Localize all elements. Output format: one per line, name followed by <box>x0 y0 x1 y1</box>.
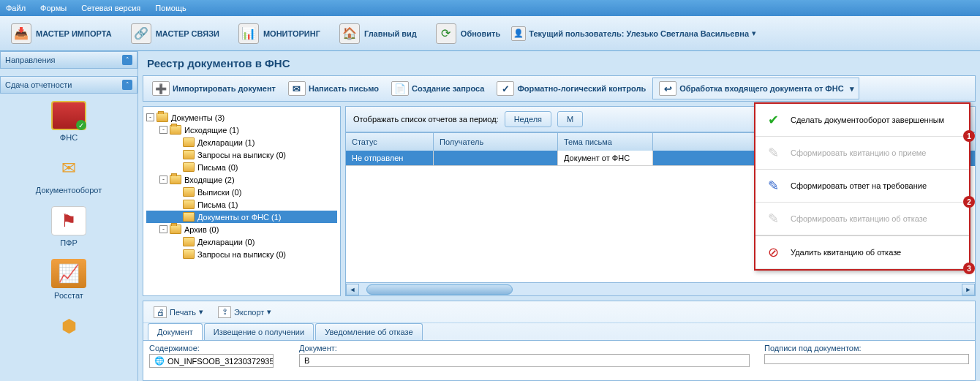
tree-node[interactable]: Запросы на выписку (0) <box>146 248 337 260</box>
current-user[interactable]: 👤 Текущий пользователь: Улезько Светлана… <box>511 26 756 41</box>
scroll-right-button[interactable]: ► <box>962 284 975 295</box>
document-toolbar: ➕Импортировать документ ✉Написать письмо… <box>143 75 976 102</box>
globe-icon: 🌐 <box>154 356 165 366</box>
folder-icon <box>183 212 195 222</box>
export-button[interactable]: ⇪Экспорт ▾ <box>212 304 277 320</box>
import-master-button[interactable]: 📥МАСТЕР ИМПОРТА <box>3 20 120 48</box>
expand-icon[interactable]: - <box>146 113 154 121</box>
home-icon: 🏠 <box>339 23 360 44</box>
tree-node[interactable]: Декларации (1) <box>146 136 337 148</box>
tree-node[interactable]: -Документы (3) <box>146 111 337 124</box>
export-icon: ⇪ <box>218 306 231 318</box>
signatures-label: Подписи под документом: <box>764 344 969 352</box>
sidebar-item-fns[interactable]: ФНС <box>0 101 137 142</box>
expand-icon[interactable]: - <box>159 126 167 134</box>
tree-label: Документы (3) <box>171 113 225 122</box>
tree-node[interactable]: Документы от ФНС (1) <box>146 211 337 223</box>
user-icon: 👤 <box>511 26 526 41</box>
flc-button[interactable]: ✓Форматно-логический контроль <box>491 78 652 99</box>
sidebar-item-pfr[interactable]: ⚑ПФР <box>0 206 137 247</box>
column-header[interactable]: Статус <box>346 133 434 151</box>
tree-label: Запросы на выписку (0) <box>197 151 286 159</box>
tree-node[interactable]: -Архив (0) <box>146 223 337 235</box>
sidebar-item-rosstat[interactable]: 📈Росстат <box>0 259 137 300</box>
dropdown-label: Сформировать квитанцию о приеме <box>791 148 926 157</box>
tab-receipt[interactable]: Извещение о получении <box>204 323 314 340</box>
column-header[interactable]: Получатель <box>434 133 558 151</box>
tree-node[interactable]: Декларации (0) <box>146 235 337 248</box>
scroll-thumb[interactable] <box>366 284 513 295</box>
step-badge: 2 <box>963 196 975 208</box>
monitor-icon: 📊 <box>238 23 259 44</box>
tree-node[interactable]: -Входящие (2) <box>146 173 337 186</box>
menu-forms[interactable]: Формы <box>40 4 67 12</box>
import-doc-button[interactable]: ➕Импортировать документ <box>146 78 282 99</box>
table-cell: Документ от ФНС <box>558 151 653 166</box>
content-label: Содержимое: <box>149 344 284 352</box>
sidebar-header-directions[interactable]: Направления˄ <box>0 51 137 69</box>
tree-node[interactable]: Письма (0) <box>146 161 337 173</box>
process-incoming-dropdown[interactable]: ↩Обработка входящего документа от ФНС <box>652 78 859 99</box>
filter-month-button[interactable]: М <box>557 111 583 127</box>
tab-rejection[interactable]: Уведомление об отказе <box>315 323 422 340</box>
print-button[interactable]: 🖨Печать ▾ <box>148 304 209 320</box>
tree-node[interactable]: -Исходящие (1) <box>146 124 337 136</box>
sidebar-header-reporting[interactable]: Сдача отчетности˄ <box>0 76 137 94</box>
folder-icon <box>183 200 195 209</box>
plus-icon: ➕ <box>152 81 170 96</box>
refresh-button[interactable]: ⟳Обновить <box>428 20 508 48</box>
tree-label: Запросы на выписку (0) <box>197 250 286 259</box>
menu-file[interactable]: Файл <box>6 4 26 12</box>
dropdown-item[interactable]: ⊘Удалить квитанцию об отказе3 <box>755 235 969 269</box>
tree-node[interactable]: Выписки (0) <box>146 186 337 198</box>
signatures-box <box>764 354 969 364</box>
folder-icon <box>183 162 195 172</box>
folder-icon <box>157 113 168 122</box>
menu-network[interactable]: Сетевая версия <box>81 4 140 12</box>
fns-icon <box>51 101 86 130</box>
chevron-up-icon: ˄ <box>122 80 132 90</box>
tab-document[interactable]: Документ <box>148 323 203 340</box>
horizontal-scrollbar[interactable]: ◄ ► <box>346 282 975 295</box>
tree-node[interactable]: Письма (1) <box>146 198 337 211</box>
refresh-icon: ⟳ <box>436 23 456 44</box>
filter-label: Отображать список отчетов за период: <box>353 115 499 124</box>
action-icon: ✔ <box>763 111 783 129</box>
sidebar-item-fss[interactable]: ⬢ <box>0 312 137 344</box>
tree-node[interactable]: Запросы на выписку (0) <box>146 148 337 161</box>
print-icon: 🖨 <box>154 306 167 318</box>
create-request-button[interactable]: 📄Создание запроса <box>385 78 491 99</box>
table-cell <box>434 151 558 166</box>
document-preview: В <box>299 354 750 367</box>
folder-icon <box>183 187 195 197</box>
dropdown-label: Сделать документооборот завершенным <box>791 116 944 124</box>
folder-icon <box>183 137 195 147</box>
dropdown-item[interactable]: ✎Сформировать ответ на требование2 <box>755 170 969 203</box>
action-icon: ✎ <box>763 177 783 195</box>
shield-icon: ⬢ <box>51 312 86 341</box>
write-letter-button[interactable]: ✉Написать письмо <box>282 78 385 99</box>
column-header[interactable]: Тема письма <box>558 133 653 151</box>
step-badge: 1 <box>963 130 975 142</box>
expand-icon[interactable]: - <box>159 176 167 184</box>
folder-icon <box>183 237 195 246</box>
table-cell: Не отправлен <box>346 151 434 166</box>
dropdown-label: Сформировать квитанцию об отказе <box>791 214 927 223</box>
folder-icon <box>170 175 181 184</box>
details-panel: 🖨Печать ▾ ⇪Экспорт ▾ Документ Извещение … <box>143 301 976 381</box>
sidebar-item-workflow[interactable]: ✉Документооборот <box>0 154 137 195</box>
arrow-icon: ↩ <box>659 81 676 96</box>
main-view-button[interactable]: 🏠Главный вид <box>331 20 425 48</box>
dropdown-item[interactable]: ✔Сделать документооборот завершенным1 <box>755 104 969 137</box>
filter-week-button[interactable]: Неделя <box>505 111 551 127</box>
connection-master-button[interactable]: 🔗МАСТЕР СВЯЗИ <box>123 20 227 48</box>
folder-icon <box>183 150 195 159</box>
tree-label: Письма (1) <box>197 200 238 209</box>
chevron-down-icon: ▾ <box>752 29 756 38</box>
menu-help[interactable]: Помощь <box>155 4 186 12</box>
content-file[interactable]: 🌐ON_INFSOOB_312303729351 <box>149 354 274 368</box>
scroll-left-button[interactable]: ◄ <box>346 284 359 295</box>
monitoring-button[interactable]: 📊МОНИТОРИНГ <box>230 20 328 48</box>
check-icon: ✓ <box>497 81 514 96</box>
expand-icon[interactable]: - <box>159 225 167 233</box>
